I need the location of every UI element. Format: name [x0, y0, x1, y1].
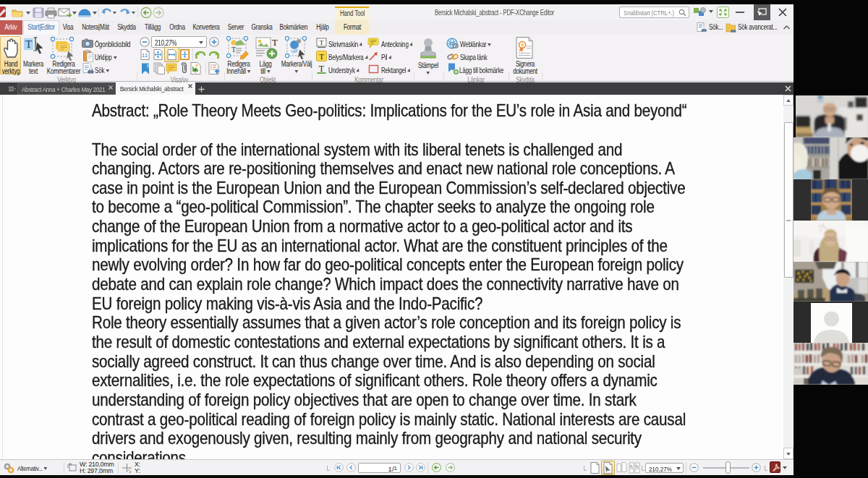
svg-text:T: T	[319, 52, 324, 61]
svg-text:11: 11	[142, 52, 148, 59]
svg-text:T: T	[25, 38, 32, 50]
svg-text:T: T	[194, 69, 197, 74]
svg-text:T: T	[319, 64, 325, 74]
svg-text:T: T	[272, 37, 278, 48]
svg-text:T: T	[231, 46, 236, 54]
svg-text:T: T	[320, 39, 324, 46]
